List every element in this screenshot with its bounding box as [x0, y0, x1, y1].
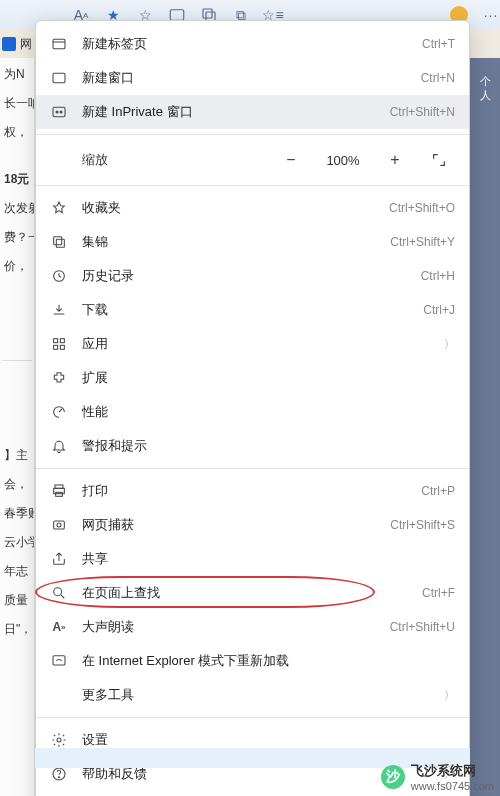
menu-reload-ie-mode[interactable]: 在 Internet Explorer 模式下重新加载	[36, 644, 469, 678]
favorites-icon	[50, 199, 68, 217]
menu-alerts[interactable]: 警报和提示	[36, 429, 469, 463]
svg-rect-11	[54, 339, 58, 343]
svg-point-7	[60, 111, 62, 113]
menu-print[interactable]: 打印 Ctrl+P	[36, 474, 469, 508]
zoom-value: 100%	[319, 153, 367, 168]
apps-icon	[50, 335, 68, 353]
download-icon	[50, 301, 68, 319]
new-tab-icon	[50, 35, 68, 53]
svg-point-20	[54, 588, 62, 596]
menu-performance[interactable]: 性能	[36, 395, 469, 429]
chevron-right-icon: 〉	[444, 688, 455, 703]
print-icon	[50, 482, 68, 500]
background-left-strip: 为N 长一呐 权， 18元 次发射 费？一 价， 】主 会， 春季购 云小学 年…	[0, 0, 35, 796]
tab-title[interactable]: 网	[20, 36, 32, 53]
svg-point-6	[56, 111, 58, 113]
svg-rect-9	[56, 239, 64, 247]
zoom-in-button[interactable]: +	[379, 146, 411, 174]
svg-point-19	[57, 523, 61, 527]
watermark-logo: 沙	[381, 765, 405, 789]
watermark-url: www.fs0745.com	[411, 780, 494, 792]
menu-new-tab[interactable]: 新建标签页 Ctrl+T	[36, 27, 469, 61]
share-icon	[50, 550, 68, 568]
zoom-label: 缩放	[82, 151, 142, 169]
menu-extensions[interactable]: 扩展	[36, 361, 469, 395]
menu-read-aloud[interactable]: A» 大声朗读 Ctrl+Shift+U	[36, 610, 469, 644]
menu-find[interactable]: 在页面上查找 Ctrl+F	[36, 576, 469, 610]
menu-divider	[36, 134, 469, 135]
collections-icon	[50, 233, 68, 251]
menu-collections[interactable]: 集锦 Ctrl+Shift+Y	[36, 225, 469, 259]
svg-rect-17	[56, 492, 63, 496]
read-aloud-icon: A»	[50, 618, 68, 636]
menu-history[interactable]: 历史记录 Ctrl+H	[36, 259, 469, 293]
svg-rect-12	[60, 339, 64, 343]
svg-rect-4	[53, 73, 65, 82]
bell-icon	[50, 437, 68, 455]
performance-icon	[50, 403, 68, 421]
menu-zoom-row: 缩放 − 100% +	[36, 140, 469, 180]
svg-rect-14	[60, 345, 64, 349]
find-icon	[50, 584, 68, 602]
menu-item-shortcut: Ctrl+T	[422, 37, 455, 51]
menu-share[interactable]: 共享	[36, 542, 469, 576]
fullscreen-button[interactable]	[423, 146, 455, 174]
svg-rect-13	[54, 345, 58, 349]
svg-rect-1	[203, 9, 212, 18]
inprivate-icon	[50, 103, 68, 121]
menu-favorites[interactable]: 收藏夹 Ctrl+Shift+O	[36, 191, 469, 225]
menu-new-window[interactable]: 新建窗口 Ctrl+N	[36, 61, 469, 95]
svg-rect-18	[54, 521, 65, 529]
menu-item-label: 新建标签页	[82, 35, 408, 53]
gear-icon	[50, 731, 68, 749]
sidebar-person-icon: 个	[470, 74, 500, 88]
watermark: 沙 飞沙系统网 www.fs0745.com	[381, 762, 494, 792]
svg-rect-21	[53, 656, 65, 665]
menu-apps[interactable]: 应用 〉	[36, 327, 469, 361]
menu-new-inprivate[interactable]: 新建 InPrivate 窗口 Ctrl+Shift+N	[36, 95, 469, 129]
svg-rect-5	[53, 107, 65, 116]
svg-point-22	[57, 738, 61, 742]
chevron-right-icon: 〉	[444, 337, 455, 352]
browser-settings-menu: 新建标签页 Ctrl+T 新建窗口 Ctrl+N 新建 InPrivate 窗口…	[35, 20, 470, 796]
svg-rect-3	[53, 39, 65, 48]
menu-more-tools[interactable]: 更多工具 〉	[36, 678, 469, 712]
svg-point-24	[58, 777, 59, 778]
watermark-title: 飞沙系统网	[411, 762, 494, 780]
zoom-out-button[interactable]: −	[275, 146, 307, 174]
svg-rect-0	[170, 10, 184, 21]
more-icon[interactable]: ···	[482, 6, 500, 24]
history-icon	[50, 267, 68, 285]
capture-icon	[50, 516, 68, 534]
new-window-icon	[50, 69, 68, 87]
browser-sidebar[interactable]: 常用 个 人	[470, 0, 500, 796]
extensions-icon	[50, 369, 68, 387]
svg-rect-8	[54, 237, 62, 245]
menu-capture[interactable]: 网页捕获 Ctrl+Shift+S	[36, 508, 469, 542]
ie-mode-icon	[50, 652, 68, 670]
menu-downloads[interactable]: 下载 Ctrl+J	[36, 293, 469, 327]
tab-favicon	[2, 37, 16, 51]
